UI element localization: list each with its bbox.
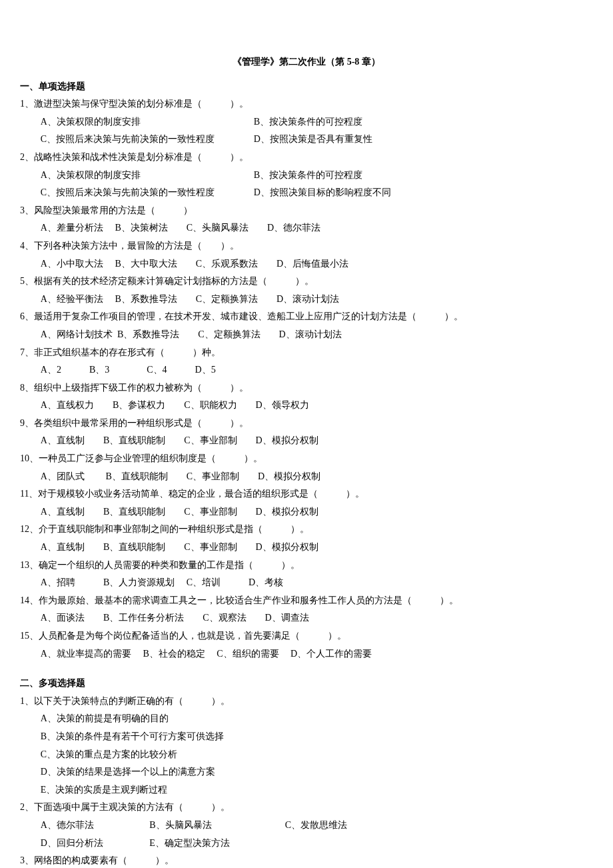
mq1-opt-e: E、决策的实质是主观判断过程 [20, 781, 593, 799]
q13-opts: A、招聘 B、人力资源规划 C、培训 D、考核 [20, 574, 593, 592]
mq1-opt-d: D、决策的结果是选择一个以上的满意方案 [20, 763, 593, 781]
q14-stem: 14、作为最原始、最基本的需求调查工具之一，比较适合生产作业和服务性工作人员的方… [20, 592, 593, 610]
q1-opt-c: C、按照后来决策与先前决策的一致性程度 [41, 131, 254, 149]
q5-opts: A、经验平衡法 B、系数推导法 C、定额换算法 D、滚动计划法 [20, 291, 593, 309]
section2-heading: 二、多项选择题 [20, 675, 593, 693]
q1-opts-row1: A、决策权限的制度安排 B、按决策条件的可控程度 [20, 113, 593, 131]
q6-stem: 6、最适用于复杂工作项目的管理，在技术开发、城市建设、造船工业上应用广泛的计划方… [20, 308, 593, 326]
page-title: 《管理学》第二次作业（第 5-8 章） [20, 53, 593, 71]
mq1-opt-b: B、决策的条件是有若干个可行方案可供选择 [20, 728, 593, 746]
mq2-opt-b: B、头脑风暴法 [149, 817, 283, 835]
q1-opt-b: B、按决策条件的可控程度 [254, 113, 362, 131]
q10-stem: 10、一种员工广泛参与企业管理的组织制度是（ ）。 [20, 450, 593, 468]
mq2-opt-d: D、回归分析法 [41, 835, 147, 853]
q3-stem: 3、风险型决策最常用的方法是（ ） [20, 202, 593, 220]
mq2-stem: 2、下面选项中属于主观决策的方法有（ ）。 [20, 799, 593, 817]
q9-opts: A、直线制 B、直线职能制 C、事业部制 D、模拟分权制 [20, 432, 593, 450]
section1-heading: 一、单项选择题 [20, 78, 593, 96]
q1-opts-row2: C、按照后来决策与先前决策的一致性程度 D、按照决策是否具有重复性 [20, 131, 593, 149]
q2-opt-c: C、按照后来决策与先前决策的一致性程度 [41, 184, 254, 202]
q5-stem: 5、根据有关的技术经济定额来计算确定计划指标的方法是（ ）。 [20, 273, 593, 291]
q10-opts: A、团队式 B、直线职能制 C、事业部制 D、模拟分权制 [20, 468, 593, 486]
q9-stem: 9、各类组织中最常采用的一种组织形式是（ ）。 [20, 415, 593, 433]
q3-opts: A、差量分析法 B、决策树法 C、头脑风暴法 D、德尔菲法 [20, 219, 593, 237]
q12-opts: A、直线制 B、直线职能制 C、事业部制 D、模拟分权制 [20, 539, 593, 557]
q2-opts-row1: A、决策权限的制度安排 B、按决策条件的可控程度 [20, 167, 593, 185]
q4-stem: 4、下列各种决策方法中，最冒险的方法是（ ）。 [20, 237, 593, 255]
mq1-opt-a: A、决策的前提是有明确的目的 [20, 710, 593, 728]
mq2-opt-c: C、发散思维法 [285, 820, 347, 830]
q6-opts: A、网络计划技术 B、系数推导法 C、定额换算法 D、滚动计划法 [20, 326, 593, 344]
q2-opts-row2: C、按照后来决策与先前决策的一致性程度 D、按照决策目标的影响程度不同 [20, 184, 593, 202]
q13-stem: 13、确定一个组织的人员需要的种类和数量的工作是指（ ）。 [20, 557, 593, 575]
q2-opt-b: B、按决策条件的可控程度 [254, 167, 362, 185]
q2-opt-d: D、按照决策目标的影响程度不同 [254, 184, 391, 202]
mq2-opt-a: A、德尔菲法 [41, 817, 147, 835]
mq2-line1: A、德尔菲法 B、头脑风暴法 C、发散思维法 [20, 817, 593, 835]
q7-opts: A、2 B、3 C、4 D、5 [20, 361, 593, 379]
q2-opt-a: A、决策权限的制度安排 [41, 167, 254, 185]
mq2-opt-e: E、确定型决策方法 [149, 838, 230, 848]
mq1-stem: 1、以下关于决策特点的判断正确的有（ ）。 [20, 693, 593, 711]
q8-opts: A、直线权力 B、参谋权力 C、职能权力 D、领导权力 [20, 397, 593, 415]
mq3-stem: 3、网络图的构成要素有（ ）。 [20, 852, 593, 868]
q7-stem: 7、非正式组织基本的存在形式有（ ）种。 [20, 344, 593, 362]
q2-stem: 2、战略性决策和战术性决策是划分标准是（ ）。 [20, 149, 593, 167]
mq2-line2: D、回归分析法 E、确定型决策方法 [20, 835, 593, 853]
q12-stem: 12、介于直线职能制和事业部制之间的一种组织形式是指（ ）。 [20, 521, 593, 539]
mq1-opt-c: C、决策的重点是方案的比较分析 [20, 746, 593, 764]
q1-stem: 1、激进型决策与保守型决策的划分标准是（ ）。 [20, 95, 593, 113]
q4-opts: A、小中取大法 B、大中取大法 C、乐观系数法 D、后悔值最小法 [20, 255, 593, 273]
q11-opts: A、直线制 B、直线职能制 C、事业部制 D、模拟分权制 [20, 503, 593, 521]
q15-opts: A、就业率提高的需要 B、社会的稳定 C、组织的需要 D、个人工作的需要 [20, 645, 593, 663]
q15-stem: 15、人员配备是为每个岗位配备适当的人，也就是说，首先要满足（ ）。 [20, 627, 593, 645]
q1-opt-d: D、按照决策是否具有重复性 [254, 131, 372, 149]
q8-stem: 8、组织中上级指挥下级工作的权力被称为（ ）。 [20, 379, 593, 397]
q1-opt-a: A、决策权限的制度安排 [41, 113, 254, 131]
q11-stem: 11、对于规模较小或业务活动简单、稳定的企业，最合适的组织形式是（ ）。 [20, 485, 593, 503]
q14-opts: A、面谈法 B、工作任务分析法 C、观察法 D、调查法 [20, 609, 593, 627]
